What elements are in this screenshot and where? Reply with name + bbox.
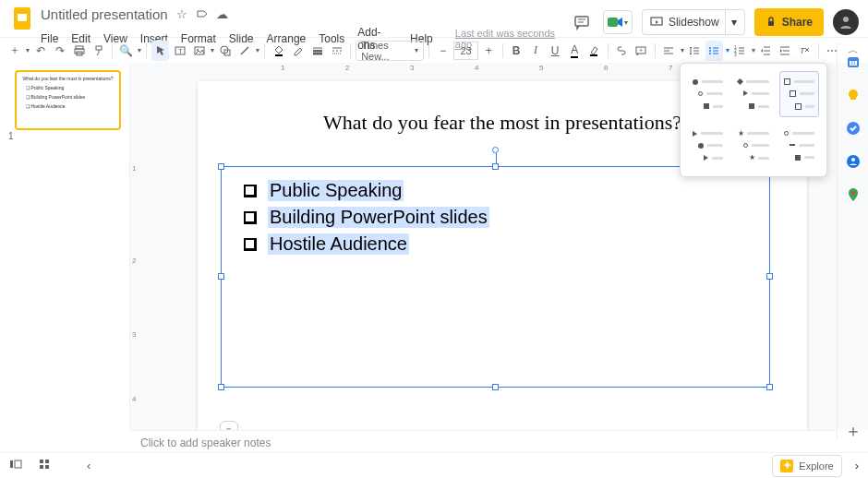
paint-format-button[interactable] bbox=[90, 41, 107, 61]
filmstrip-view-icon[interactable] bbox=[9, 458, 22, 473]
image-caret[interactable]: ▾ bbox=[211, 46, 214, 54]
border-dash-button[interactable] bbox=[328, 41, 345, 61]
resize-handle[interactable] bbox=[492, 384, 499, 390]
ruler-tick: 2 bbox=[132, 257, 136, 265]
list-item[interactable]: Public Speaking bbox=[244, 180, 747, 201]
bullet-option-disc[interactable] bbox=[688, 71, 728, 117]
toolbar: ＋▾ ↶ ↷ 🔍▾ T ▾ ▾ Times New...▾ − 23 + B I… bbox=[0, 37, 868, 63]
cloud-icon[interactable]: ☁ bbox=[216, 7, 229, 20]
collapse-filmstrip-icon[interactable]: ‹ bbox=[87, 459, 90, 472]
bullet-option-checkbox[interactable] bbox=[779, 71, 819, 117]
bullet-option-diamond[interactable] bbox=[733, 71, 773, 117]
svg-rect-1 bbox=[18, 14, 27, 21]
underline-button[interactable]: U bbox=[547, 41, 564, 61]
grid-view-icon[interactable] bbox=[39, 458, 52, 473]
clear-format-button[interactable]: T bbox=[796, 41, 814, 61]
thumb-index: 1 bbox=[8, 131, 14, 141]
resize-handle[interactable] bbox=[218, 163, 224, 170]
keep-icon[interactable] bbox=[845, 87, 862, 103]
svg-text:T: T bbox=[178, 47, 183, 55]
thumb-title: What do you fear the most in presentatio… bbox=[22, 76, 114, 81]
numbered-list-caret[interactable]: ▾ bbox=[752, 46, 755, 54]
header-actions: ▾ Slideshow ▾ Share bbox=[570, 8, 859, 36]
bold-button[interactable]: B bbox=[508, 41, 525, 61]
align-button[interactable] bbox=[660, 41, 678, 61]
list-item[interactable]: Building PowerPoint slides bbox=[244, 207, 747, 228]
select-tool[interactable] bbox=[151, 41, 169, 61]
svg-rect-58 bbox=[10, 460, 13, 468]
tasks-icon[interactable] bbox=[845, 120, 862, 137]
highlight-button[interactable] bbox=[585, 41, 603, 61]
explore-label: Explore bbox=[799, 460, 833, 472]
svg-rect-5 bbox=[608, 18, 618, 27]
autofit-indicator[interactable]: ≡ bbox=[220, 421, 238, 430]
slide-thumbnail-1[interactable]: What do you fear the most in presentatio… bbox=[15, 70, 121, 130]
share-label: Share bbox=[782, 16, 813, 29]
thumb-bullet: ❑ Building PowerPoint slides bbox=[26, 94, 114, 100]
bullet-option-hollow[interactable] bbox=[779, 123, 819, 169]
svg-point-37 bbox=[709, 47, 711, 49]
contacts-icon[interactable] bbox=[845, 153, 862, 170]
textbox-tool[interactable]: T bbox=[171, 41, 188, 61]
new-slide-button[interactable]: ＋ bbox=[6, 41, 23, 61]
zoom-button[interactable]: 🔍 bbox=[117, 41, 135, 61]
checkbox-bullet-icon bbox=[244, 238, 257, 251]
doc-title[interactable]: Untitled presentation bbox=[41, 6, 168, 22]
image-tool[interactable] bbox=[190, 41, 208, 61]
slides-logo[interactable] bbox=[9, 6, 35, 31]
zoom-caret[interactable]: ▾ bbox=[138, 46, 141, 54]
font-family-select[interactable]: Times New...▾ bbox=[356, 41, 424, 61]
rotate-handle[interactable] bbox=[492, 147, 499, 153]
border-color-button[interactable] bbox=[289, 41, 307, 61]
avatar[interactable] bbox=[833, 9, 859, 35]
shape-tool[interactable] bbox=[216, 41, 234, 61]
bulleted-list-caret[interactable]: ▾ bbox=[726, 46, 729, 54]
border-weight-button[interactable] bbox=[308, 41, 326, 61]
bullet-option-arrow[interactable] bbox=[688, 123, 728, 169]
print-button[interactable] bbox=[70, 41, 88, 61]
text-color-button[interactable]: A bbox=[566, 41, 584, 61]
svg-rect-60 bbox=[40, 460, 43, 463]
move-icon[interactable] bbox=[196, 7, 209, 20]
insert-comment-button[interactable]: + bbox=[633, 41, 650, 61]
resize-handle[interactable] bbox=[218, 384, 224, 390]
resize-handle[interactable] bbox=[766, 384, 773, 390]
add-addon-icon[interactable]: ＋ bbox=[845, 423, 862, 439]
bullet-list[interactable]: Public Speaking Building PowerPoint slid… bbox=[222, 167, 769, 273]
redo-button[interactable]: ↷ bbox=[51, 41, 68, 61]
bullet-option-star[interactable]: ★ ★ bbox=[733, 123, 773, 169]
line-tool[interactable] bbox=[235, 41, 253, 61]
font-size-input[interactable]: 23 bbox=[453, 42, 477, 60]
font-increase-button[interactable]: + bbox=[480, 41, 498, 61]
indent-button[interactable] bbox=[777, 41, 794, 61]
explore-button[interactable]: ✦Explore bbox=[772, 455, 841, 477]
header-bar: Untitled presentation ☆ ☁ File Edit View… bbox=[0, 0, 868, 37]
new-slide-caret[interactable]: ▾ bbox=[26, 46, 30, 54]
italic-button[interactable]: I bbox=[527, 41, 545, 61]
line-caret[interactable]: ▾ bbox=[256, 46, 259, 54]
align-caret[interactable]: ▾ bbox=[681, 46, 684, 54]
resize-handle[interactable] bbox=[766, 273, 773, 280]
resize-handle[interactable] bbox=[492, 163, 499, 170]
calendar-icon[interactable]: 31 bbox=[845, 54, 862, 70]
line-spacing-button[interactable] bbox=[686, 41, 704, 61]
numbered-list-button[interactable]: 123 bbox=[731, 41, 749, 61]
slideshow-button[interactable]: Slideshow ▾ bbox=[642, 9, 745, 35]
slideshow-caret-icon[interactable]: ▾ bbox=[725, 10, 737, 34]
star-icon[interactable]: ☆ bbox=[175, 7, 188, 20]
maps-icon[interactable] bbox=[845, 186, 862, 203]
meet-button[interactable]: ▾ bbox=[603, 10, 633, 34]
undo-button[interactable]: ↶ bbox=[31, 41, 49, 61]
show-sidebar-icon[interactable]: › bbox=[855, 459, 859, 472]
speaker-notes[interactable]: Click to add speaker notes bbox=[131, 430, 837, 452]
resize-handle[interactable] bbox=[218, 273, 224, 280]
fill-color-button[interactable] bbox=[270, 41, 287, 61]
list-item[interactable]: Hostile Audience bbox=[244, 233, 747, 255]
font-decrease-button[interactable]: − bbox=[434, 41, 452, 61]
bulleted-list-button[interactable] bbox=[705, 41, 723, 61]
outdent-button[interactable] bbox=[757, 41, 775, 61]
comments-icon[interactable] bbox=[570, 10, 594, 34]
body-textbox[interactable]: Public Speaking Building PowerPoint slid… bbox=[221, 166, 770, 388]
insert-link-button[interactable] bbox=[613, 41, 631, 61]
share-button[interactable]: Share bbox=[754, 8, 824, 36]
